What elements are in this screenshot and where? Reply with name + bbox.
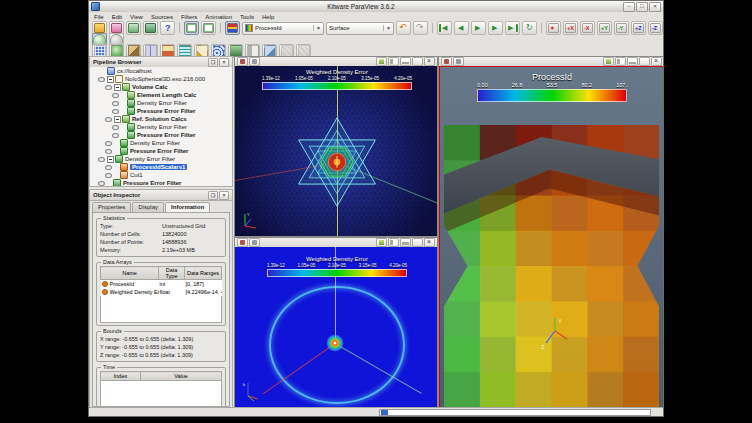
eye-icon[interactable]: [105, 85, 112, 90]
save-screenshot-button[interactable]: [126, 21, 141, 35]
lookmark-icon[interactable]: [603, 57, 614, 66]
close-view-icon[interactable]: [424, 238, 435, 247]
table-row[interactable]: ProcessId int [0, 187]: [101, 280, 222, 289]
close-icon[interactable]: ×: [219, 191, 229, 200]
select-cells-button[interactable]: [184, 21, 199, 35]
split-vertical-icon[interactable]: [627, 57, 638, 66]
pipeline-item-server[interactable]: cs://localhost: [90, 67, 232, 75]
vcr-previous-frame-button[interactable]: [454, 21, 469, 35]
eye-icon[interactable]: [105, 165, 112, 170]
maximize-button[interactable]: □: [636, 2, 648, 12]
split-horizontal-icon[interactable]: [388, 238, 399, 247]
close-icon[interactable]: ×: [219, 58, 229, 67]
eye-icon[interactable]: [112, 133, 119, 138]
render-viewport[interactable]: Weighted Density Error 1.39e-12 1.05e-05…: [235, 247, 437, 409]
view-minus-z-button[interactable]: [648, 21, 663, 35]
pipeline-item[interactable]: Ref. Solution Calcs: [90, 115, 232, 123]
camera-icon[interactable]: [441, 57, 452, 66]
pipeline-item[interactable]: Density Error Filter: [90, 123, 232, 131]
eye-icon[interactable]: [98, 181, 105, 186]
pipeline-item-selected[interactable]: ProcessIdScalars1: [90, 163, 232, 171]
reset-camera-button[interactable]: [546, 21, 561, 35]
view-plus-x-button[interactable]: [563, 21, 578, 35]
split-horizontal-icon[interactable]: [388, 57, 399, 66]
table-row[interactable]: Weighted Density Error float [4.22496e-1…: [101, 288, 222, 296]
minimize-button[interactable]: –: [623, 2, 635, 12]
camera-icon[interactable]: [237, 238, 248, 247]
color-legend[interactable]: ProcessId 0.00 26.8 53.5 80.2 107.: [477, 72, 627, 102]
maximize-view-icon[interactable]: [639, 57, 650, 66]
split-vertical-icon[interactable]: [400, 57, 411, 66]
close-view-icon[interactable]: [651, 57, 662, 66]
eye-icon[interactable]: [98, 157, 105, 162]
undock-icon[interactable]: ❏: [208, 191, 218, 200]
pipeline-tree[interactable]: cs://localhost NoIoSpherical3D.exo.216.0…: [90, 67, 232, 186]
vcr-next-frame-button[interactable]: [488, 21, 503, 35]
pipeline-item[interactable]: Pressure Error Filter: [90, 147, 232, 155]
pipeline-item[interactable]: Pressure Error Filter: [90, 107, 232, 115]
lookmark-icon[interactable]: [376, 238, 387, 247]
expander-icon[interactable]: [107, 76, 114, 83]
expander-icon[interactable]: [114, 116, 121, 123]
menu-edit[interactable]: Edit: [112, 14, 122, 20]
pipeline-item[interactable]: Density Error Filter: [90, 99, 232, 107]
link-view-icon[interactable]: [249, 238, 260, 247]
close-view-icon[interactable]: [424, 57, 435, 66]
expander-icon[interactable]: [114, 84, 121, 91]
close-button[interactable]: ×: [649, 2, 661, 12]
tab-display[interactable]: Display: [132, 202, 164, 212]
eye-icon[interactable]: [105, 149, 112, 154]
column-header[interactable]: Index: [101, 372, 141, 381]
column-header[interactable]: Data Type: [159, 267, 185, 280]
link-view-icon[interactable]: [453, 57, 464, 66]
pipeline-item[interactable]: Element Length Calc: [90, 91, 232, 99]
camera-icon[interactable]: [237, 57, 248, 66]
edit-color-map-button[interactable]: [225, 21, 240, 35]
eye-icon[interactable]: [105, 117, 112, 122]
maximize-view-icon[interactable]: [412, 57, 423, 66]
eye-icon[interactable]: [105, 173, 112, 178]
save-animation-button[interactable]: [143, 21, 158, 35]
menu-animation[interactable]: Animation: [205, 14, 232, 20]
menu-sources[interactable]: Sources: [151, 14, 173, 20]
view-plus-y-button[interactable]: [597, 21, 612, 35]
pipeline-item[interactable]: Cut1: [90, 171, 232, 179]
maximize-view-icon[interactable]: [412, 238, 423, 247]
undo-button[interactable]: [396, 21, 411, 35]
variable-selector[interactable]: ProcessId ▼: [242, 22, 324, 35]
color-legend[interactable]: Weighted Density Error 1.39e-12 1.05e-05…: [262, 69, 412, 90]
menu-help[interactable]: Help: [262, 14, 274, 20]
render-viewport[interactable]: Weighted Density Error 1.39e-12 1.05e-05…: [235, 66, 437, 236]
column-header[interactable]: Data Ranges: [185, 267, 222, 280]
menu-filters[interactable]: Filters: [181, 14, 197, 20]
link-view-icon[interactable]: [249, 57, 260, 66]
pipeline-item-source[interactable]: NoIoSpherical3D.exo.216.000: [90, 75, 232, 83]
menu-file[interactable]: File: [94, 14, 104, 20]
expander-icon[interactable]: [107, 156, 114, 163]
eye-icon[interactable]: [112, 109, 119, 114]
view-minus-x-button[interactable]: [580, 21, 595, 35]
render-viewport-active[interactable]: ProcessId 0.00 26.8 53.5 80.2 107. Y Z: [439, 66, 664, 409]
eye-icon[interactable]: [112, 125, 119, 130]
redo-button[interactable]: [413, 21, 428, 35]
menu-view[interactable]: View: [130, 14, 143, 20]
column-header[interactable]: Name: [101, 267, 159, 280]
vcr-last-frame-button[interactable]: [505, 21, 520, 35]
menu-tools[interactable]: Tools: [240, 14, 254, 20]
split-vertical-icon[interactable]: [400, 238, 411, 247]
eye-icon[interactable]: [112, 93, 119, 98]
undock-icon[interactable]: ❏: [208, 58, 218, 67]
eye-icon[interactable]: [98, 77, 105, 82]
vcr-loop-button[interactable]: [522, 21, 537, 35]
vcr-play-button[interactable]: [471, 21, 486, 35]
lookmark-icon[interactable]: [376, 57, 387, 66]
pipeline-item[interactable]: Pressure Error Filter: [90, 179, 232, 186]
view-plus-z-button[interactable]: [631, 21, 646, 35]
tab-properties[interactable]: Properties: [92, 202, 131, 212]
data-arrays-table[interactable]: Name Data Type Data Ranges ProcessId int…: [100, 266, 222, 296]
select-points-button[interactable]: [201, 21, 216, 35]
pipeline-item[interactable]: Density Error Filter: [90, 155, 232, 163]
pipeline-item[interactable]: Density Error Filter: [90, 139, 232, 147]
help-button[interactable]: [160, 21, 175, 35]
pipeline-item[interactable]: Pressure Error Filter: [90, 131, 232, 139]
